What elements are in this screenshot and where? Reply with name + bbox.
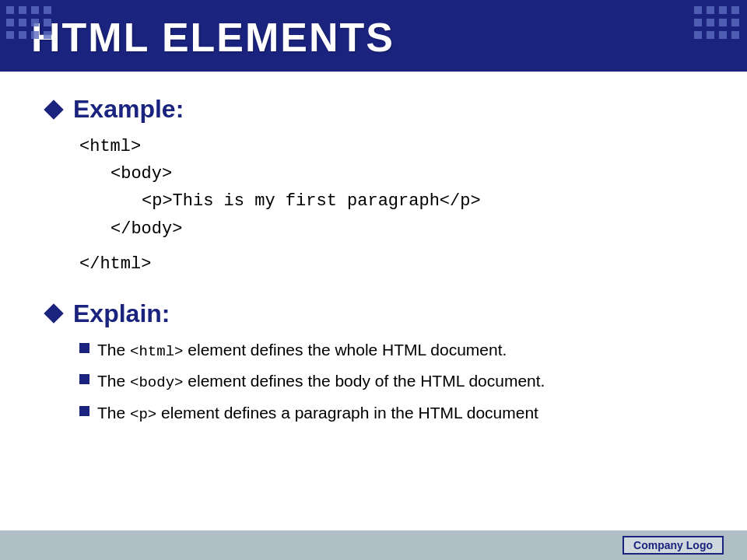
company-logo-label: Company Logo [622, 536, 724, 555]
code-line-3: <p>This is my first paragraph</p> [142, 187, 700, 215]
example-diamond-bullet [44, 100, 63, 119]
header-bar: HTML ELEMENTS [0, 0, 747, 72]
explain-item-2: The <body> element defines the body of t… [79, 369, 700, 394]
slide: HTML ELEMENTS Example: <html> <body> <p>… [0, 0, 747, 560]
example-label: Example: [73, 95, 184, 124]
code-line-4: </body> [110, 215, 700, 243]
explain-diamond-bullet [44, 304, 63, 324]
code-block: <html> <body> <p>This is my first paragr… [79, 133, 700, 278]
explain-bullet-3 [79, 406, 89, 416]
dot-grid-left-decoration [6, 6, 53, 40]
explain-text-1: The <html> element defines the whole HTM… [97, 338, 507, 363]
explain-label: Explain: [73, 299, 170, 328]
dot-grid-right-decoration [694, 6, 741, 40]
explain-bullet-1 [79, 343, 89, 353]
code-line-2: <body> [110, 160, 700, 187]
explain-text-2: The <body> element defines the body of t… [97, 369, 545, 394]
slide-title: HTML ELEMENTS [31, 14, 395, 61]
example-heading: Example: [47, 95, 700, 124]
explain-text-3: The <p> element defines a paragraph in t… [97, 401, 538, 426]
explain-list: The <html> element defines the whole HTM… [79, 338, 700, 426]
code-line-1: <html> [79, 133, 700, 160]
main-content: Example: <html> <body> <p>This is my fir… [0, 72, 747, 530]
explain-item-3: The <p> element defines a paragraph in t… [79, 401, 700, 426]
code-line-5: </html> [79, 250, 700, 278]
explain-item-1: The <html> element defines the whole HTM… [79, 338, 700, 363]
explain-heading: Explain: [47, 299, 700, 328]
explain-bullet-2 [79, 374, 89, 384]
footer-bar: Company Logo [0, 530, 747, 560]
